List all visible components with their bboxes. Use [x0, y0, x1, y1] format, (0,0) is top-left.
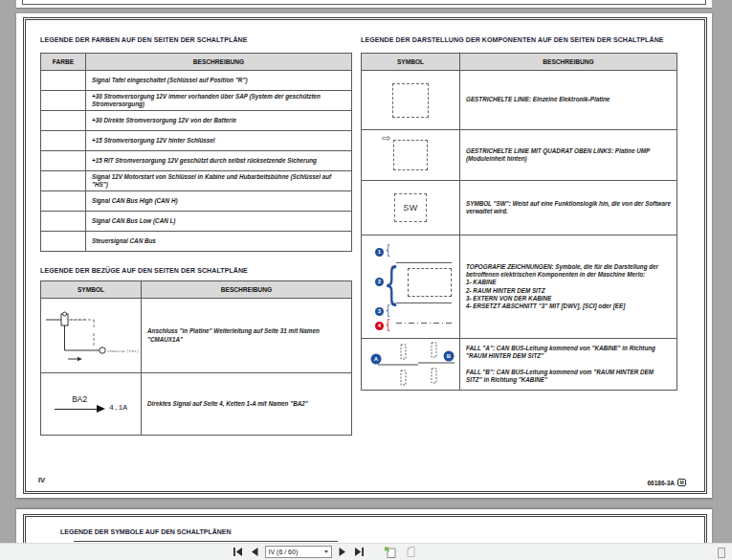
zone-1-marker: 1: [375, 248, 384, 257]
arrow-right-icon: [97, 405, 105, 413]
merlo-logo-icon: M: [677, 479, 686, 486]
dashed-board-symbol: [392, 83, 429, 118]
single-page-view-button[interactable]: [382, 545, 398, 559]
column-header-beschreibung: BESCHREIBUNG: [142, 281, 351, 298]
two-page-view-button[interactable]: [403, 545, 418, 559]
next-page-table-edge: [74, 541, 338, 542]
document-number: 66186-3A M: [647, 479, 686, 486]
column-header-beschreibung: BESCHREIBUNG: [460, 54, 677, 70]
pdf-page-current: LEGENDE DER FARBEN AUF DEN SEITEN DER SC…: [16, 13, 712, 498]
zone-3-marker: 3: [375, 307, 384, 316]
column-header-symbol: SYMBOL: [41, 281, 142, 298]
svg-text:A: A: [374, 356, 379, 362]
reference-legend-title: LEGENDE DER BEZÜGE AUF DEN SEITEN DER SC…: [40, 267, 248, 274]
svg-text:(P31): (P31): [126, 348, 139, 353]
column-header-farbe: FARBE: [41, 54, 86, 70]
table-row: GESTRICHELTE LINIE: Einzelne Elektronik-…: [362, 70, 677, 129]
table-row: ⇨ GESTRICHELTE LINIE MIT QUADRAT OBEN LI…: [362, 129, 677, 180]
previous-page-button[interactable]: [249, 547, 260, 557]
component-legend-title: LEGENDE DER DARSTELLUNG DER KOMPONENTEN …: [361, 36, 664, 43]
column-header-symbol: SYMBOL: [362, 54, 460, 70]
page-number-combobox[interactable]: IV (6 / 60): [265, 546, 332, 558]
table-row: +30 Direkte Stromversorgung 12V von der …: [41, 110, 351, 130]
page-number-value: IV (6 / 60): [269, 549, 299, 555]
page-thumbnail-icon[interactable]: [718, 548, 725, 558]
table-row: Steuersignal CAN Bus: [41, 231, 351, 251]
table-row: BA2 4.1A Direktes Signal auf Seite 4, Ke…: [41, 372, 351, 435]
first-page-button[interactable]: [231, 547, 244, 557]
zone-2-marker: 2: [375, 278, 384, 286]
can-bus-direction-symbol: A B: [363, 341, 458, 389]
board-connection-symbol: BJDK15 CMAUX1A (P31): [42, 304, 140, 368]
reference-legend-table: SYMBOL BESCHREIBUNG BJDK15 CMAUX1A (P31): [40, 280, 352, 436]
zone-4-marker: 4: [375, 322, 384, 330]
hollow-arrow-icon: ⇨: [382, 132, 390, 145]
table-header-row: FARBE BESCHREIBUNG: [41, 54, 351, 70]
table-row: Signal CAN Bus Low (CAN L): [41, 211, 351, 231]
topography-zones-symbol: 1 { 2 { 3 { 4 {: [362, 235, 459, 339]
table-row: Signal CAN Bus High (CAN H): [41, 190, 351, 211]
component-legend-table: SYMBOL BESCHREIBUNG GESTRICHELTE LINIE: …: [361, 53, 677, 391]
next-page-button[interactable]: [337, 547, 348, 557]
ump-board-symbol: ⇨: [393, 140, 428, 170]
chevron-down-icon: [324, 550, 328, 553]
table-header-row: SYMBOL BESCHREIBUNG: [362, 54, 677, 70]
previous-page-frame: [22, 0, 706, 5]
last-page-button[interactable]: [353, 547, 366, 557]
direct-signal-symbol: BA2 4.1A: [55, 395, 127, 413]
table-row: Signal 12V Motorstart von Schlüssel in K…: [41, 170, 351, 190]
table-row: Signal Tafel eingeschaltet (Schlüssel au…: [41, 70, 351, 90]
svg-text:B: B: [447, 353, 452, 359]
svg-text:CMAUX1A: CMAUX1A: [107, 348, 125, 353]
color-legend-table: FARBE BESCHREIBUNG Signal Tafel eingesch…: [40, 53, 352, 252]
table-row: +15 Stromversorgung 12V hinter Schlüssel: [41, 130, 351, 150]
table-header-row: SYMBOL BESCHREIBUNG: [41, 281, 351, 298]
table-row: SW SYMBOL "SW": Weist auf eine Funktions…: [362, 180, 677, 235]
column-header-beschreibung: BESCHREIBUNG: [86, 54, 351, 70]
svg-text:BJDK15: BJDK15: [71, 317, 86, 322]
table-row: 1 { 2 { 3 { 4 { TOPOGRAFIE ZEICHNUNGEN: …: [362, 235, 677, 338]
table-row: +15 RIT Stromversorgung 12V geschützt du…: [41, 150, 351, 170]
page-roman-number: IV: [38, 476, 45, 484]
previous-page-bottom-edge: [16, 0, 712, 9]
table-row: +30 Stromversorgung 12V immer vorhanden …: [41, 90, 351, 110]
viewer-bottom-toolbar: IV (6 / 60): [0, 543, 732, 560]
color-legend-title: LEGENDE DER FARBEN AUF DEN SEITEN DER SC…: [40, 36, 247, 43]
table-row: BJDK15 CMAUX1A (P31) Anschluss "in Plati…: [41, 298, 351, 372]
next-page-title: LEGENDE DER SYMBOLE AUF DEN SCHALTPLÄNEN: [60, 528, 232, 535]
software-logic-symbol: SW: [394, 193, 427, 222]
table-row: A B FALL "A": CAN BUS-Leitung kommend vo…: [362, 338, 677, 390]
